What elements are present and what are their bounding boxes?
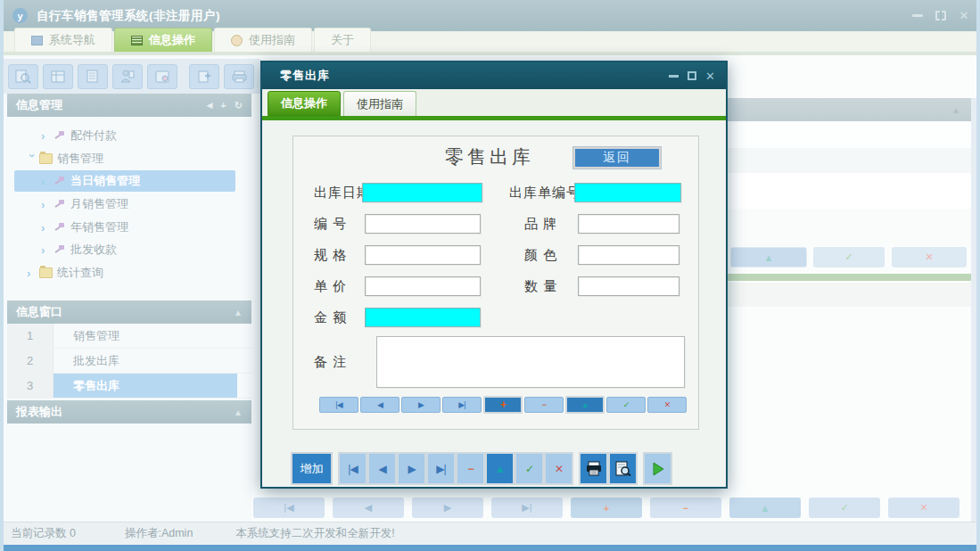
user-guide-icon bbox=[231, 35, 243, 46]
input-qty[interactable] bbox=[578, 276, 679, 296]
printer-button[interactable] bbox=[224, 64, 254, 89]
system-nav-icon bbox=[31, 36, 43, 45]
input-order-no[interactable] bbox=[574, 183, 681, 202]
dialog-close-icon[interactable]: ✕ bbox=[705, 70, 715, 83]
chevron-right-icon[interactable]: › bbox=[41, 243, 52, 257]
edit-icon: ▲ bbox=[764, 252, 774, 263]
panel-info-mgmt-title: 信息管理 bbox=[16, 97, 62, 113]
nav-next-button[interactable]: ▶ bbox=[401, 397, 441, 413]
tree-item-stats-query[interactable]: › 统计查询 bbox=[27, 262, 103, 284]
input-brand[interactable] bbox=[578, 214, 679, 234]
prior-button[interactable]: ◀ bbox=[367, 452, 397, 485]
nav-insert-button[interactable]: + bbox=[483, 396, 523, 414]
panel-back-icon[interactable]: ◀ bbox=[206, 101, 212, 110]
titlebar: y 自行车销售管理系统(非注册用户) ✕ bbox=[4, 0, 980, 31]
prior-icon: ◀ bbox=[377, 400, 383, 409]
input-code[interactable] bbox=[365, 214, 481, 234]
bg-navigator-row: |◀ ◀ ▶ ▶| + − ▲ ✓ ✕ bbox=[253, 496, 972, 520]
minus-icon: − bbox=[467, 463, 473, 475]
last-button[interactable]: ▶| bbox=[426, 452, 456, 485]
document-button[interactable] bbox=[78, 64, 108, 89]
input-amount[interactable] bbox=[365, 308, 481, 327]
close-button[interactable]: ✕ bbox=[957, 10, 971, 22]
chevron-right-icon[interactable]: › bbox=[41, 198, 52, 211]
tree-item-monthly-sales[interactable]: › 月销售管理 bbox=[41, 193, 128, 215]
nav-post-button[interactable]: ✓ bbox=[606, 397, 646, 413]
first-button[interactable]: |◀ bbox=[338, 452, 367, 485]
print-button[interactable] bbox=[579, 452, 608, 485]
dialog-tab-user-guide[interactable]: 使用指南 bbox=[343, 91, 416, 116]
edit-button[interactable]: ▲ bbox=[485, 452, 515, 485]
input-remark[interactable] bbox=[376, 336, 685, 388]
nav-delete-button[interactable]: − bbox=[524, 397, 564, 413]
tree-item-yearly-sales[interactable]: › 年销售管理 bbox=[41, 217, 128, 238]
status-bar: 当前记录数 0 操作者:Admin 本系统支持二次开发和全新开发! bbox=[4, 522, 980, 545]
dialog-maximize-icon[interactable] bbox=[688, 71, 696, 80]
search-button[interactable] bbox=[8, 64, 38, 89]
chevron-right-icon[interactable]: › bbox=[27, 267, 37, 280]
input-out-date[interactable] bbox=[362, 183, 482, 202]
input-spec[interactable] bbox=[365, 245, 481, 265]
nav-edit-button[interactable]: ▲ bbox=[565, 396, 605, 414]
doc-add-button[interactable] bbox=[189, 64, 219, 89]
chevron-right-icon[interactable]: › bbox=[41, 175, 52, 188]
collapse-icon[interactable]: ▲ bbox=[234, 308, 243, 317]
tree-item-daily-sales[interactable]: › 当日销售管理 bbox=[41, 170, 140, 192]
tab-user-guide[interactable]: 使用指南 bbox=[214, 28, 312, 52]
dialog-tab-info-ops[interactable]: 信息操作 bbox=[268, 91, 341, 116]
run-button[interactable] bbox=[643, 452, 672, 485]
tree-item-wholesale-receipt[interactable]: › 批发收款 bbox=[41, 239, 117, 260]
prior-icon: ◀ bbox=[365, 502, 372, 514]
add-button[interactable]: 增加 bbox=[291, 452, 333, 485]
input-color[interactable] bbox=[578, 245, 679, 265]
back-button[interactable]: 返回 bbox=[573, 147, 661, 169]
collapse-icon[interactable]: ▲ bbox=[234, 407, 243, 417]
tool-icon bbox=[54, 222, 65, 233]
tab-system-nav[interactable]: 系统导航 bbox=[14, 28, 112, 52]
panel-header-info-window[interactable]: 信息窗口 ▲ bbox=[7, 300, 251, 324]
list-item-wholesale-out[interactable]: 2 批发出库 bbox=[7, 349, 251, 374]
cancel-button[interactable]: ✕ bbox=[544, 452, 573, 485]
sidebar: 信息管理 ◀ + ↻ › 配件付款 › 销售管理 › 当日销售管理 › bbox=[7, 94, 251, 522]
panel-header-report-output[interactable]: 报表输出 ▲ bbox=[7, 400, 251, 424]
panel-header-info-mgmt[interactable]: 信息管理 ◀ + ↻ bbox=[7, 94, 251, 117]
check-icon: ✓ bbox=[525, 463, 533, 475]
panel-add-icon[interactable]: + bbox=[220, 100, 226, 111]
chevron-right-icon[interactable]: › bbox=[41, 129, 52, 143]
tab-about[interactable]: 关于 bbox=[314, 28, 371, 52]
nav-first-button[interactable]: |◀ bbox=[319, 397, 358, 413]
bg-nav-cancel-button: ✕ bbox=[888, 498, 959, 518]
panel-refresh-icon[interactable]: ↻ bbox=[235, 100, 243, 111]
label-remark: 备 注 bbox=[314, 352, 347, 372]
check-icon: ✓ bbox=[623, 400, 630, 409]
delete-button[interactable]: − bbox=[456, 452, 485, 485]
dialog-titlebar[interactable]: 零售出库 ✕ bbox=[262, 62, 726, 89]
user-button[interactable] bbox=[112, 64, 143, 89]
nav-cancel-button[interactable]: ✕ bbox=[647, 397, 687, 413]
input-price[interactable] bbox=[365, 276, 481, 296]
first-icon: |◀ bbox=[335, 400, 342, 409]
chevron-right-icon[interactable]: › bbox=[41, 221, 52, 234]
list-item-sales-mgmt[interactable]: 1 销售管理 bbox=[7, 324, 251, 349]
row-number: 1 bbox=[7, 324, 54, 348]
list-item-retail-out[interactable]: 3 零售出库 bbox=[7, 374, 251, 399]
nav-prior-button[interactable]: ◀ bbox=[360, 397, 399, 413]
tree-item-parts-payment[interactable]: › 配件付款 bbox=[41, 125, 117, 146]
chevron-down-icon[interactable]: › bbox=[26, 153, 39, 164]
window-button[interactable] bbox=[147, 64, 177, 89]
minimize-button[interactable] bbox=[910, 10, 925, 22]
table-view-button[interactable] bbox=[43, 64, 73, 89]
nav-last-button[interactable]: ▶| bbox=[442, 397, 482, 413]
check-icon: ✓ bbox=[844, 251, 852, 263]
print-preview-button[interactable] bbox=[608, 452, 638, 485]
next-button[interactable]: ▶ bbox=[397, 452, 426, 485]
next-icon: ▶ bbox=[408, 463, 415, 475]
post-button[interactable]: ✓ bbox=[515, 452, 544, 485]
inner-navigator: |◀ ◀ ▶ ▶| + − ▲ ✓ ✕ bbox=[319, 397, 687, 414]
tab-info-ops[interactable]: 信息操作 bbox=[114, 28, 212, 52]
minus-icon: − bbox=[542, 400, 546, 409]
dialog-minimize-icon[interactable] bbox=[669, 75, 679, 78]
restore-button[interactable] bbox=[934, 10, 948, 22]
tree-item-sales-mgmt[interactable]: › 销售管理 bbox=[27, 148, 103, 169]
tool-icon bbox=[54, 199, 65, 210]
